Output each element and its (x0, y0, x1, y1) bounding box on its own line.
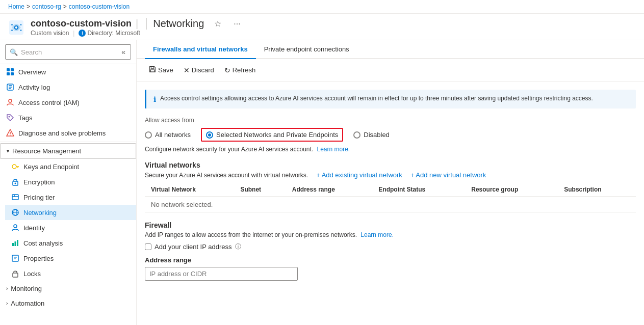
resource-name: contoso-custom-vision (31, 18, 132, 29)
vnet-table: Virtual Network Subnet Address range End… (145, 183, 636, 213)
search-input[interactable] (21, 48, 117, 56)
add-existing-vnet[interactable]: + Add existing virtual network (316, 171, 402, 179)
resource-management-children: Keys and Endpoint Encryption Pricing tie… (0, 159, 136, 281)
section-resource-management[interactable]: ▾ Resource Management (0, 143, 136, 159)
sidebar-item-properties[interactable]: Properties (5, 251, 136, 266)
svg-point-2 (15, 26, 17, 28)
chevron-right-icon-2: › (6, 301, 8, 306)
locks-icon (11, 269, 19, 278)
pricing-icon (11, 193, 19, 201)
discard-button[interactable]: ✕ Discard (179, 64, 218, 77)
sidebar-item-iam[interactable]: Access control (IAM) (0, 95, 136, 110)
page-header: contoso-custom-vision | Networking ☆ ···… (0, 14, 644, 40)
firewall-section: Firewall Add IP ranges to allow access f… (145, 221, 636, 281)
svg-point-15 (12, 165, 16, 169)
save-button[interactable]: Save (145, 63, 177, 77)
svg-rect-5 (7, 72, 10, 75)
col-rg: Resource group (465, 183, 558, 197)
sidebar-item-encryption[interactable]: Encryption (5, 174, 136, 189)
sidebar-item-locks[interactable]: Locks (5, 266, 136, 281)
collapse-button[interactable]: « (120, 47, 126, 57)
section-automation[interactable]: › Automation (0, 296, 136, 311)
breadcrumb: Home > contoso-rg > contoso-custom-visio… (0, 0, 644, 14)
sidebar-item-keys-label: Keys and Endpoint (23, 163, 79, 171)
config-learn-more[interactable]: Learn more. (317, 146, 350, 153)
tags-icon (6, 114, 14, 122)
svg-rect-20 (12, 195, 18, 200)
info-banner-text: Access control settings allowing access … (160, 95, 593, 102)
help-icon[interactable]: ⓘ (235, 242, 241, 251)
sidebar-item-diagnose[interactable]: Diagnose and solve problems (0, 125, 136, 141)
sidebar-item-locks-label: Locks (23, 270, 41, 278)
radio-circle-all (145, 131, 152, 139)
add-new-vnet[interactable]: + Add new virtual network (410, 171, 486, 179)
col-address: Address range (286, 183, 372, 197)
sidebar-item-overview[interactable]: Overview (0, 64, 136, 79)
favorite-button[interactable]: ☆ (212, 18, 223, 30)
sidebar-item-tags-label: Tags (18, 114, 32, 122)
radio-selected-networks[interactable]: Selected Networks and Private Endpoints (201, 128, 343, 142)
vnet-title: Virtual networks (145, 161, 636, 169)
radio-selected-label: Selected Networks and Private Endpoints (216, 131, 338, 139)
discard-label: Discard (192, 66, 214, 74)
content-body: ℹ Access control settings allowing acces… (137, 82, 644, 289)
sidebar-item-keys[interactable]: Keys and Endpoint (5, 159, 136, 174)
sidebar: 🔍 « Overview Activity log Access control… (0, 40, 137, 325)
address-range-input[interactable] (145, 267, 298, 281)
directory-info: i Directory: Microsoft (79, 30, 140, 37)
config-note: Configure network security for your Azur… (145, 146, 636, 153)
directory-label: Directory: Microsoft (87, 30, 140, 37)
svg-point-12 (9, 116, 10, 118)
vnet-desc: Secure your Azure AI services account wi… (145, 172, 308, 179)
firewall-learn-more[interactable]: Learn more. (360, 231, 394, 238)
identity-icon (11, 224, 19, 232)
sidebar-item-networking[interactable]: Networking (5, 205, 136, 220)
col-endpoint: Endpoint Status (372, 183, 465, 197)
firewall-title: Firewall (145, 221, 636, 229)
chevron-right-icon: › (6, 286, 8, 291)
col-subnet: Subnet (234, 183, 286, 197)
sidebar-item-identity[interactable]: Identity (5, 220, 136, 235)
sidebar-item-activity-log[interactable]: Activity log (0, 79, 136, 95)
allow-access-label: Allow access from (145, 117, 636, 124)
tab-private-endpoints[interactable]: Private endpoint connections (256, 40, 357, 59)
breadcrumb-rg[interactable]: contoso-rg (32, 3, 61, 10)
sidebar-item-identity-label: Identity (23, 224, 45, 232)
table-empty-message: No network selected. (145, 197, 636, 213)
sidebar-item-encryption-label: Encryption (23, 178, 55, 186)
address-range-label: Address range (145, 256, 636, 264)
section-automation-label: Automation (11, 300, 44, 307)
tab-firewalls[interactable]: Firewalls and virtual networks (145, 40, 256, 59)
save-label: Save (158, 66, 173, 74)
sidebar-item-diagnose-label: Diagnose and solve problems (18, 129, 106, 137)
svg-point-14 (10, 134, 11, 136)
section-resource-label: Resource Management (12, 147, 81, 155)
sidebar-item-networking-label: Networking (23, 209, 57, 216)
search-box[interactable]: 🔍 « (5, 44, 131, 60)
refresh-button[interactable]: ↻ Refresh (220, 64, 260, 77)
networking-icon (11, 208, 19, 216)
sidebar-item-pricing[interactable]: Pricing tier (5, 189, 136, 205)
chevron-down-icon: ▾ (7, 148, 9, 154)
col-sub: Subscription (558, 183, 636, 197)
radio-disabled[interactable]: Disabled (353, 131, 390, 139)
more-options-button[interactable]: ··· (231, 18, 242, 30)
breadcrumb-home[interactable]: Home (8, 3, 24, 10)
content-toolbar: Save ✕ Discard ↻ Refresh (137, 59, 644, 82)
sidebar-item-tags[interactable]: Tags (0, 110, 136, 125)
sidebar-search-container: 🔍 « (0, 40, 136, 64)
svg-rect-4 (11, 68, 14, 71)
info-banner: ℹ Access control settings allowing acces… (145, 90, 636, 109)
firewall-desc: Add IP ranges to allow access from the i… (145, 231, 636, 238)
svg-rect-29 (17, 240, 18, 246)
table-empty-row: No network selected. (145, 197, 636, 213)
firewall-desc-text: Add IP ranges to allow access from the i… (145, 231, 357, 238)
breadcrumb-resource[interactable]: contoso-custom-vision (69, 3, 130, 10)
cost-icon (11, 239, 19, 247)
sidebar-item-cost-label: Cost analysis (23, 239, 63, 247)
client-ip-checkbox[interactable] (145, 243, 151, 250)
radio-all-networks[interactable]: All networks (145, 131, 191, 139)
sidebar-item-cost[interactable]: Cost analysis (5, 235, 136, 251)
sidebar-item-iam-label: Access control (IAM) (18, 99, 80, 106)
section-monitoring[interactable]: › Monitoring (0, 281, 136, 296)
